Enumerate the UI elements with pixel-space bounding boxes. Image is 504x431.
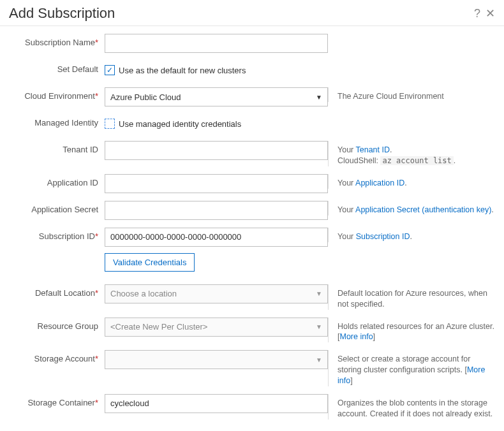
tenant-id-label: Tenant ID — [9, 141, 105, 154]
close-icon[interactable]: ✕ — [485, 8, 495, 19]
storage-container-input[interactable] — [105, 394, 328, 413]
dialog-form: Subscription Name* Set Default ✓ Use as … — [0, 26, 504, 431]
managed-identity-label: Managed Identity — [9, 114, 105, 128]
resource-group-label: Resource Group — [9, 318, 105, 331]
cloud-environment-label: Cloud Environment* — [9, 87, 105, 101]
application-id-label: Application ID — [9, 174, 105, 187]
application-secret-link[interactable]: Application Secret (authentication key) — [355, 205, 491, 214]
application-secret-help: Your Application Secret (authentication … — [328, 201, 495, 216]
set-default-checkbox[interactable]: ✓ — [105, 65, 115, 75]
managed-identity-text: Use managed identity credentials — [119, 119, 241, 129]
storage-container-help: Organizes the blob contents in the stora… — [328, 394, 495, 420]
storage-account-select[interactable]: ▼ — [105, 350, 328, 369]
subscription-id-help: Your Subscription ID. — [328, 228, 495, 242]
cloud-environment-help: The Azure Cloud Environment — [328, 87, 495, 102]
subscription-name-input[interactable] — [105, 34, 328, 53]
set-default-label: Set Default — [9, 61, 105, 74]
application-id-help: Your Application ID. — [328, 174, 495, 189]
tenant-id-help: Your Tenant ID. CloudShell: az account l… — [328, 141, 495, 166]
dialog-title: Add Subscription — [9, 5, 115, 22]
default-location-help: Default location for Azure resources, wh… — [328, 284, 495, 310]
subscription-name-label: Subscription Name* — [9, 34, 105, 47]
set-default-text: Use as the default for new clusters — [119, 66, 246, 75]
subscription-id-label: Subscription ID* — [9, 228, 105, 241]
subscription-id-link[interactable]: Subscription ID — [356, 232, 410, 241]
managed-identity-checkbox[interactable]: ✓ — [105, 119, 115, 129]
tenant-id-input[interactable] — [105, 141, 328, 160]
help-icon[interactable]: ? — [474, 8, 480, 19]
default-location-select[interactable]: Choose a location ▼ — [105, 284, 328, 303]
add-subscription-dialog: Add Subscription ? ✕ Subscription Name* … — [0, 0, 504, 431]
chevron-down-icon: ▼ — [316, 290, 322, 297]
subscription-id-input[interactable] — [105, 228, 328, 247]
resource-group-select[interactable]: <Create New Per Cluster> ▼ — [105, 318, 328, 337]
application-id-link[interactable]: Application ID — [355, 179, 404, 187]
default-location-label: Default Location* — [9, 284, 105, 298]
storage-account-label: Storage Account* — [9, 350, 105, 363]
application-id-input[interactable] — [105, 174, 328, 193]
validate-credentials-button[interactable]: Validate Credentials — [105, 253, 195, 272]
storage-account-help: Select or create a storage account for s… — [328, 350, 495, 386]
storage-container-label: Storage Container* — [9, 394, 105, 407]
chevron-down-icon: ▼ — [316, 356, 322, 363]
chevron-down-icon: ▼ — [316, 323, 322, 330]
application-secret-input[interactable] — [105, 201, 328, 220]
resource-group-help: Holds related resources for an Azure clu… — [328, 318, 495, 343]
tenant-id-link[interactable]: Tenant ID — [356, 145, 390, 154]
dialog-header: Add Subscription ? ✕ — [0, 0, 504, 26]
resource-group-more-info-link[interactable]: More info — [339, 332, 373, 341]
cloud-environment-select[interactable]: Azure Public Cloud ▼ — [105, 87, 328, 106]
chevron-down-icon: ▼ — [316, 94, 322, 101]
application-secret-label: Application Secret — [9, 201, 105, 214]
